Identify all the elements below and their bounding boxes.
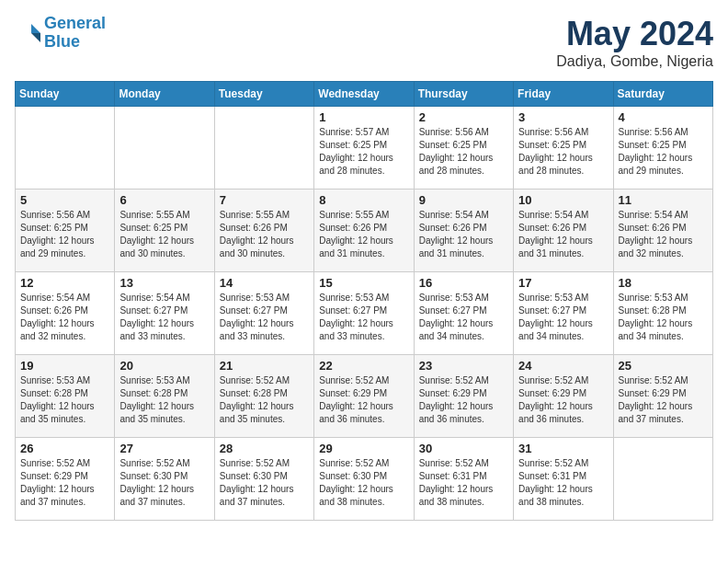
day-info: Sunrise: 5:52 AM Sunset: 6:28 PM Dayligh… (220, 374, 309, 426)
weekday-header: Sunday (16, 82, 115, 107)
day-number: 12 (20, 276, 109, 290)
logo-text: General Blue (44, 15, 106, 52)
day-number: 11 (619, 193, 708, 207)
logo: General Blue (15, 15, 106, 52)
day-number: 21 (220, 359, 309, 373)
day-info: Sunrise: 5:54 AM Sunset: 6:26 PM Dayligh… (20, 292, 109, 343)
day-info: Sunrise: 5:55 AM Sunset: 6:26 PM Dayligh… (319, 209, 408, 260)
day-number: 15 (319, 276, 408, 290)
calendar-week-row: 19Sunrise: 5:53 AM Sunset: 6:28 PM Dayli… (16, 355, 713, 438)
day-number: 9 (419, 193, 508, 207)
day-info: Sunrise: 5:53 AM Sunset: 6:27 PM Dayligh… (419, 292, 508, 343)
svg-marker-1 (31, 33, 40, 42)
day-info: Sunrise: 5:52 AM Sunset: 6:30 PM Dayligh… (319, 457, 408, 509)
calendar-cell: 19Sunrise: 5:53 AM Sunset: 6:28 PM Dayli… (16, 355, 115, 438)
calendar-cell (613, 438, 712, 521)
day-number: 3 (518, 110, 608, 124)
calendar-cell (16, 107, 115, 190)
calendar-cell: 12Sunrise: 5:54 AM Sunset: 6:26 PM Dayli… (16, 272, 115, 355)
day-number: 2 (419, 110, 508, 124)
weekday-header-row: SundayMondayTuesdayWednesdayThursdayFrid… (16, 82, 713, 107)
calendar-cell (214, 107, 313, 190)
day-number: 4 (619, 110, 708, 124)
day-number: 28 (220, 442, 309, 455)
day-info: Sunrise: 5:54 AM Sunset: 6:26 PM Dayligh… (419, 209, 508, 260)
calendar-cell: 30Sunrise: 5:52 AM Sunset: 6:31 PM Dayli… (414, 438, 513, 521)
day-info: Sunrise: 5:53 AM Sunset: 6:28 PM Dayligh… (20, 374, 109, 426)
calendar-cell: 24Sunrise: 5:52 AM Sunset: 6:29 PM Dayli… (514, 355, 613, 438)
day-number: 25 (619, 359, 708, 373)
day-number: 18 (619, 276, 708, 290)
weekday-header: Wednesday (314, 82, 414, 107)
day-info: Sunrise: 5:52 AM Sunset: 6:29 PM Dayligh… (419, 374, 508, 426)
location: Dadiya, Gombe, Nigeria (556, 53, 713, 70)
calendar-cell: 7Sunrise: 5:55 AM Sunset: 6:26 PM Daylig… (214, 190, 313, 272)
weekday-header: Thursday (414, 82, 513, 107)
day-number: 5 (20, 193, 109, 207)
calendar-cell: 25Sunrise: 5:52 AM Sunset: 6:29 PM Dayli… (613, 355, 712, 438)
day-info: Sunrise: 5:56 AM Sunset: 6:25 PM Dayligh… (518, 126, 608, 178)
calendar-cell: 11Sunrise: 5:54 AM Sunset: 6:26 PM Dayli… (613, 190, 712, 272)
day-info: Sunrise: 5:52 AM Sunset: 6:31 PM Dayligh… (419, 457, 508, 509)
weekday-header: Monday (115, 82, 214, 107)
calendar-cell: 4Sunrise: 5:56 AM Sunset: 6:25 PM Daylig… (613, 107, 712, 190)
logo-icon (15, 20, 40, 46)
day-info: Sunrise: 5:56 AM Sunset: 6:25 PM Dayligh… (20, 209, 109, 260)
logo-blue: Blue (44, 32, 80, 51)
day-number: 29 (319, 442, 408, 455)
day-info: Sunrise: 5:52 AM Sunset: 6:29 PM Dayligh… (518, 374, 608, 426)
calendar-cell: 27Sunrise: 5:52 AM Sunset: 6:30 PM Dayli… (115, 438, 214, 521)
calendar-cell: 16Sunrise: 5:53 AM Sunset: 6:27 PM Dayli… (414, 272, 513, 355)
title-block: May 2024 Dadiya, Gombe, Nigeria (556, 15, 713, 70)
day-info: Sunrise: 5:57 AM Sunset: 6:25 PM Dayligh… (319, 126, 408, 178)
day-info: Sunrise: 5:52 AM Sunset: 6:29 PM Dayligh… (319, 374, 408, 426)
day-number: 8 (319, 193, 408, 207)
day-number: 19 (20, 359, 109, 373)
day-info: Sunrise: 5:54 AM Sunset: 6:26 PM Dayligh… (518, 209, 608, 260)
day-number: 1 (319, 110, 408, 124)
calendar-cell: 29Sunrise: 5:52 AM Sunset: 6:30 PM Dayli… (314, 438, 414, 521)
weekday-header: Saturday (613, 82, 712, 107)
calendar-week-row: 5Sunrise: 5:56 AM Sunset: 6:25 PM Daylig… (16, 190, 713, 272)
day-number: 30 (419, 442, 508, 455)
calendar-cell: 10Sunrise: 5:54 AM Sunset: 6:26 PM Dayli… (514, 190, 613, 272)
day-number: 27 (119, 442, 209, 455)
day-number: 20 (119, 359, 209, 373)
day-info: Sunrise: 5:56 AM Sunset: 6:25 PM Dayligh… (419, 126, 508, 178)
day-number: 17 (518, 276, 608, 290)
day-info: Sunrise: 5:52 AM Sunset: 6:30 PM Dayligh… (220, 457, 309, 509)
day-info: Sunrise: 5:52 AM Sunset: 6:30 PM Dayligh… (119, 457, 209, 509)
calendar-cell: 31Sunrise: 5:52 AM Sunset: 6:31 PM Dayli… (514, 438, 613, 521)
calendar-cell: 23Sunrise: 5:52 AM Sunset: 6:29 PM Dayli… (414, 355, 513, 438)
day-info: Sunrise: 5:54 AM Sunset: 6:26 PM Dayligh… (619, 209, 708, 260)
day-info: Sunrise: 5:53 AM Sunset: 6:28 PM Dayligh… (119, 374, 209, 426)
calendar-table: SundayMondayTuesdayWednesdayThursdayFrid… (15, 81, 713, 521)
weekday-header: Friday (514, 82, 613, 107)
day-info: Sunrise: 5:55 AM Sunset: 6:26 PM Dayligh… (220, 209, 309, 260)
day-info: Sunrise: 5:53 AM Sunset: 6:27 PM Dayligh… (220, 292, 309, 343)
day-number: 6 (119, 193, 209, 207)
calendar-week-row: 26Sunrise: 5:52 AM Sunset: 6:29 PM Dayli… (16, 438, 713, 521)
day-info: Sunrise: 5:52 AM Sunset: 6:31 PM Dayligh… (518, 457, 608, 509)
calendar-cell: 6Sunrise: 5:55 AM Sunset: 6:25 PM Daylig… (115, 190, 214, 272)
page-header: General Blue May 2024 Dadiya, Gombe, Nig… (15, 15, 713, 70)
calendar-cell: 21Sunrise: 5:52 AM Sunset: 6:28 PM Dayli… (214, 355, 313, 438)
calendar-cell: 13Sunrise: 5:54 AM Sunset: 6:27 PM Dayli… (115, 272, 214, 355)
day-info: Sunrise: 5:55 AM Sunset: 6:25 PM Dayligh… (119, 209, 209, 260)
calendar-week-row: 12Sunrise: 5:54 AM Sunset: 6:26 PM Dayli… (16, 272, 713, 355)
day-info: Sunrise: 5:52 AM Sunset: 6:29 PM Dayligh… (20, 457, 109, 509)
month-title: May 2024 (556, 15, 713, 53)
calendar-cell (115, 107, 214, 190)
logo-general: General (44, 14, 106, 32)
svg-marker-0 (31, 24, 40, 33)
day-number: 31 (518, 442, 608, 455)
calendar-cell: 26Sunrise: 5:52 AM Sunset: 6:29 PM Dayli… (16, 438, 115, 521)
calendar-cell: 28Sunrise: 5:52 AM Sunset: 6:30 PM Dayli… (214, 438, 313, 521)
day-info: Sunrise: 5:52 AM Sunset: 6:29 PM Dayligh… (619, 374, 708, 426)
day-info: Sunrise: 5:56 AM Sunset: 6:25 PM Dayligh… (619, 126, 708, 178)
day-number: 22 (319, 359, 408, 373)
calendar-cell: 5Sunrise: 5:56 AM Sunset: 6:25 PM Daylig… (16, 190, 115, 272)
day-number: 10 (518, 193, 608, 207)
calendar-cell: 9Sunrise: 5:54 AM Sunset: 6:26 PM Daylig… (414, 190, 513, 272)
calendar-cell: 2Sunrise: 5:56 AM Sunset: 6:25 PM Daylig… (414, 107, 513, 190)
